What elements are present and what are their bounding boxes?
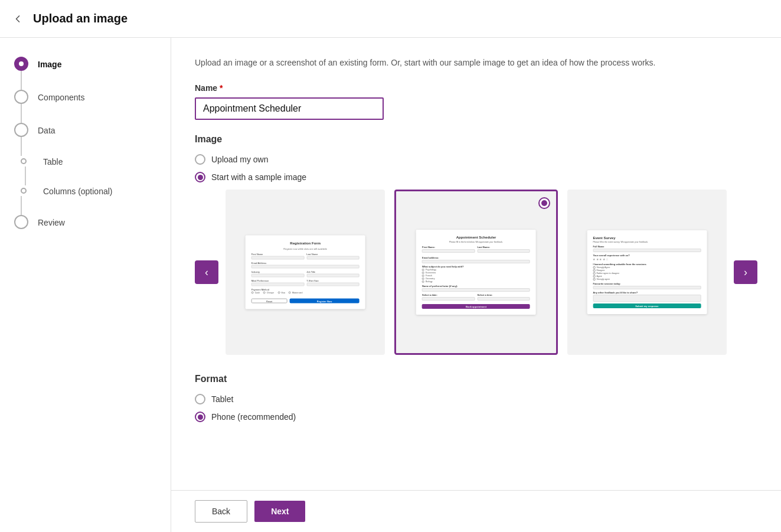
name-label: Name * [195,83,757,93]
appointment-selected-indicator [538,197,550,209]
carousel-next-button[interactable]: › [734,260,757,284]
sample-label: Start with a sample image [211,172,306,182]
sidebar-label-table: Table [38,156,63,167]
carousel-item-appointment[interactable]: Appointment Scheduler Please fill in the… [394,190,557,355]
upload-own-circle [195,154,205,165]
upload-own-label: Upload my own [211,155,269,164]
carousel-prev-button[interactable]: ‹ [195,260,218,284]
page-title: Upload an image [33,12,128,25]
main-content: Upload an image or a screenshot of an ex… [171,38,781,490]
step-circle-columns [21,188,27,194]
sidebar-step-data[interactable]: Data [14,123,156,156]
phone-label: Phone (recommended) [211,412,296,422]
carousel-items: Registration Form Register now while slo… [226,190,727,355]
step-circle-image [14,57,28,71]
description-text: Upload an image or a screenshot of an ex… [195,57,757,69]
sidebar-step-review[interactable]: Review [14,215,156,229]
layout: Image Components Data [0,38,781,532]
header: Upload an image [0,0,781,38]
sidebar-step-components[interactable]: Components [14,90,156,123]
sidebar-label-image: Image [38,58,61,69]
carousel-item-event-survey[interactable]: Event Survey Please fill in the event su… [567,190,727,355]
tablet-radio[interactable]: Tablet [195,394,757,404]
image-carousel: ‹ Registration Form Register now while s… [195,190,757,355]
back-button[interactable]: Back [195,500,247,523]
upload-own-radio[interactable]: Upload my own [195,154,757,165]
carousel-item-registration[interactable]: Registration Form Register now while slo… [226,190,385,355]
footer: Back Next [171,490,781,532]
image-section-title: Image [195,134,757,145]
name-field-group: Name * [195,83,757,120]
back-button[interactable] [12,13,24,25]
sidebar-label-review: Review [38,217,65,227]
step-circle-table [21,158,27,164]
name-input[interactable] [195,97,384,120]
main-panel: Upload an image or a screenshot of an ex… [171,38,781,532]
tablet-label: Tablet [211,394,233,404]
step-circle-data [14,123,28,137]
format-section-title: Format [195,374,757,384]
sidebar-step-image[interactable]: Image [14,57,156,90]
step-circle-components [14,90,28,104]
sidebar: Image Components Data [0,38,171,532]
phone-circle [195,412,205,422]
sample-circle [195,172,205,182]
sample-radio[interactable]: Start with a sample image [195,172,757,182]
step-circle-review [14,215,28,229]
tablet-circle [195,394,205,404]
next-button[interactable]: Next [254,501,305,522]
required-asterisk: * [220,83,223,93]
sidebar-label-components: Components [38,92,84,102]
phone-radio[interactable]: Phone (recommended) [195,412,757,422]
sidebar-step-table[interactable]: Table [14,156,156,185]
sidebar-step-columns[interactable]: Columns (optional) [14,185,156,215]
sidebar-label-data: Data [38,125,55,135]
sidebar-label-columns: Columns (optional) [38,185,113,196]
